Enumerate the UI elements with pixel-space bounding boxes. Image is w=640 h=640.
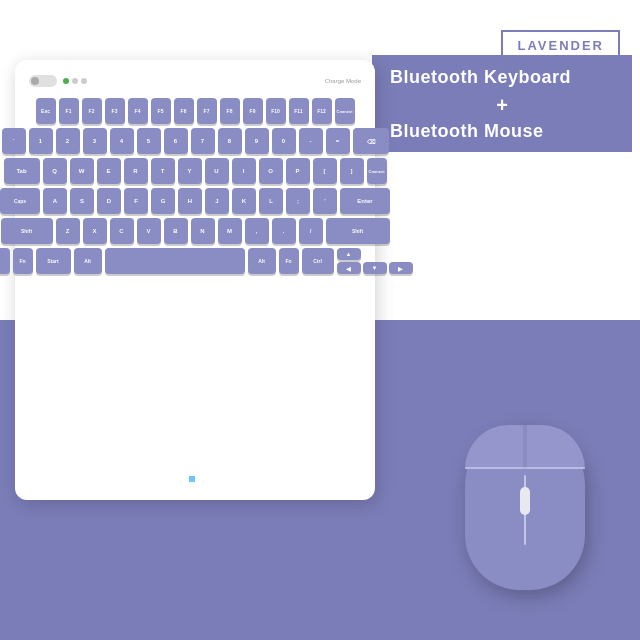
product-info-box: Bluetooth Keyboard + Bluetooth Mouse bbox=[372, 55, 632, 152]
color-label-text: LAVENDER bbox=[517, 38, 604, 53]
key-caps: Caps bbox=[0, 188, 40, 214]
arrow-key-cluster: ▲ ◀ ▼ ▶ bbox=[337, 248, 413, 274]
key-8: 8 bbox=[218, 128, 242, 154]
key-f1: F1 bbox=[59, 98, 79, 124]
key-ctrl-right: Ctrl bbox=[302, 248, 334, 274]
mouse-scroll-wheel bbox=[520, 487, 530, 515]
key-1: 1 bbox=[29, 128, 53, 154]
keyboard-row-numbers: ` 1 2 3 4 5 6 7 8 9 0 - = ⌫ bbox=[25, 128, 365, 154]
key-minus: - bbox=[299, 128, 323, 154]
key-fn-left: Fn bbox=[13, 248, 33, 274]
key-space bbox=[105, 248, 245, 274]
key-comma: , bbox=[245, 218, 269, 244]
key-v: V bbox=[137, 218, 161, 244]
key-f2: F2 bbox=[82, 98, 102, 124]
key-2: 2 bbox=[56, 128, 80, 154]
key-r: R bbox=[124, 158, 148, 184]
key-fn-right: Fn bbox=[279, 248, 299, 274]
keyboard-top-bar: Charge Mode bbox=[25, 72, 365, 94]
key-s: S bbox=[70, 188, 94, 214]
key-3: 3 bbox=[83, 128, 107, 154]
key-x: X bbox=[83, 218, 107, 244]
key-d: D bbox=[97, 188, 121, 214]
product-plus: + bbox=[390, 94, 614, 117]
mouse-button-divider bbox=[465, 467, 585, 469]
key-alt-right: Alt bbox=[248, 248, 276, 274]
key-c: C bbox=[110, 218, 134, 244]
key-n: N bbox=[191, 218, 215, 244]
key-e: E bbox=[97, 158, 121, 184]
key-z: Z bbox=[56, 218, 80, 244]
key-a: A bbox=[43, 188, 67, 214]
key-k: K bbox=[232, 188, 256, 214]
key-connect: Connect bbox=[335, 98, 355, 124]
key-p: P bbox=[286, 158, 310, 184]
key-right: ▶ bbox=[389, 262, 413, 274]
keyboard-row-bottom: Ctrl Fn Start Alt Alt Fn Ctrl ▲ ◀ ▼ ▶ bbox=[25, 248, 365, 274]
mouse-left-button bbox=[465, 425, 523, 469]
key-period: . bbox=[272, 218, 296, 244]
keyboard-row-asdf: Caps A S D F G H J K L ; ' Enter bbox=[25, 188, 365, 214]
key-t: T bbox=[151, 158, 175, 184]
key-tab: Tab bbox=[4, 158, 40, 184]
key-slash: / bbox=[299, 218, 323, 244]
key-f: F bbox=[124, 188, 148, 214]
led-indicators bbox=[63, 78, 87, 84]
key-equals: = bbox=[326, 128, 350, 154]
key-rbracket: ] bbox=[340, 158, 364, 184]
key-4: 4 bbox=[110, 128, 134, 154]
key-f9: F9 bbox=[243, 98, 263, 124]
key-f7: F7 bbox=[197, 98, 217, 124]
key-left: ◀ bbox=[337, 262, 361, 274]
key-w: W bbox=[70, 158, 94, 184]
key-esc: Esc bbox=[36, 98, 56, 124]
keyboard-row-fn: Esc F1 F2 F3 F4 F5 F6 F7 F8 F9 F10 F11 F… bbox=[25, 98, 365, 124]
keyboard-row-qwerty: Tab Q W E R T Y U I O P [ ] Connect bbox=[25, 158, 365, 184]
key-shift-right: Shift bbox=[326, 218, 390, 244]
led-dot-1 bbox=[63, 78, 69, 84]
key-i: I bbox=[232, 158, 256, 184]
key-y: Y bbox=[178, 158, 202, 184]
keyboard-row-zxcv: Shift Z X C V B N M , . / Shift bbox=[25, 218, 365, 244]
key-9: 9 bbox=[245, 128, 269, 154]
key-semicolon: ; bbox=[286, 188, 310, 214]
key-up: ▲ bbox=[337, 248, 361, 260]
mouse-right-button bbox=[527, 425, 585, 469]
bluetooth-keyboard: Charge Mode Esc F1 F2 F3 F4 F5 F6 F7 F8 … bbox=[15, 60, 375, 500]
keyboard-brand-label: Charge Mode bbox=[325, 78, 361, 84]
led-dot-3 bbox=[81, 78, 87, 84]
key-down: ▼ bbox=[363, 262, 387, 274]
key-f11: F11 bbox=[289, 98, 309, 124]
key-quote: ' bbox=[313, 188, 337, 214]
product-line2: Bluetooth Mouse bbox=[390, 121, 614, 142]
key-q: Q bbox=[43, 158, 67, 184]
key-h: H bbox=[178, 188, 202, 214]
key-5: 5 bbox=[137, 128, 161, 154]
key-f5: F5 bbox=[151, 98, 171, 124]
mouse-body bbox=[465, 425, 585, 590]
led-dot-2 bbox=[72, 78, 78, 84]
key-f3: F3 bbox=[105, 98, 125, 124]
key-f10: F10 bbox=[266, 98, 286, 124]
bluetooth-mouse bbox=[465, 425, 585, 590]
key-alt-left: Alt bbox=[74, 248, 102, 274]
main-container: LAVENDER Bluetooth Keyboard + Bluetooth … bbox=[0, 0, 640, 640]
key-lbracket: [ bbox=[313, 158, 337, 184]
key-f4: F4 bbox=[128, 98, 148, 124]
key-f12: F12 bbox=[312, 98, 332, 124]
key-backspace: ⌫ bbox=[353, 128, 389, 154]
product-line1: Bluetooth Keyboard bbox=[390, 65, 614, 90]
power-switch bbox=[29, 75, 57, 87]
key-f8: F8 bbox=[220, 98, 240, 124]
arrow-lr-row: ◀ ▼ ▶ bbox=[337, 262, 413, 274]
key-enter: Enter bbox=[340, 188, 390, 214]
key-connect2: Connect bbox=[367, 158, 387, 184]
key-m: M bbox=[218, 218, 242, 244]
key-b: B bbox=[164, 218, 188, 244]
key-shift-left: Shift bbox=[1, 218, 53, 244]
key-o: O bbox=[259, 158, 283, 184]
key-g: G bbox=[151, 188, 175, 214]
key-backtick: ` bbox=[2, 128, 26, 154]
key-ctrl-left: Ctrl bbox=[0, 248, 10, 274]
key-win: Start bbox=[36, 248, 71, 274]
